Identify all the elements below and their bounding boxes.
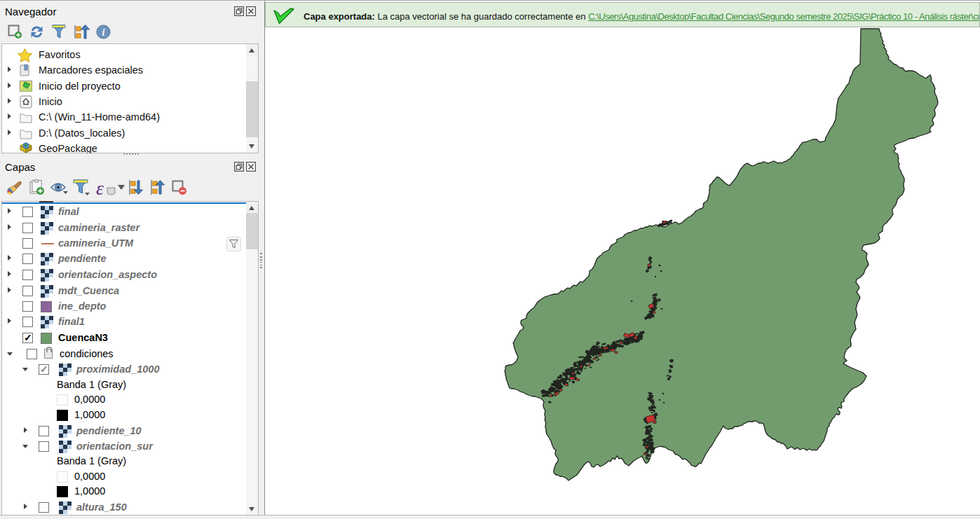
- svg-text:i: i: [102, 27, 105, 38]
